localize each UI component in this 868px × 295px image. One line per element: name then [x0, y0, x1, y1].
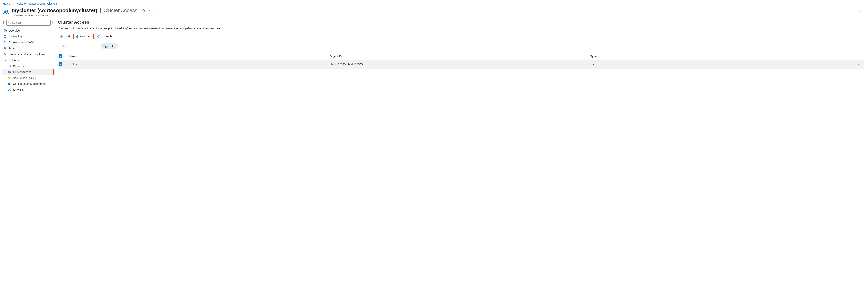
cluster-size-icon [8, 64, 11, 68]
row-type: User [590, 63, 851, 66]
chevron-down-icon [4, 59, 7, 62]
sidebar-item-label: Settings [9, 59, 19, 62]
overview-icon [4, 29, 7, 32]
breadcrumb-separator-icon: > [12, 2, 13, 5]
filter-search-input[interactable] [62, 45, 96, 48]
sidebar-item-label: Overview [9, 29, 20, 32]
sidebar-group-settings[interactable]: Settings [2, 57, 54, 63]
more-actions-icon[interactable]: ··· [148, 8, 154, 13]
cluster-access-icon [3, 9, 9, 15]
sidebar-item-diagnose[interactable]: Diagnose and solve problems [2, 51, 54, 57]
config-icon [8, 82, 11, 85]
svg-point-10 [10, 71, 10, 72]
sidebar-item-label: Activity log [9, 35, 22, 38]
favorite-star-icon[interactable] [141, 8, 146, 13]
column-object-id[interactable]: Object ID [330, 55, 591, 58]
sidebar-item-label: Cluster Access [13, 70, 31, 73]
sidebar-item-services[interactable]: Services [2, 87, 54, 93]
ssh-icon [8, 77, 11, 80]
trash-icon [75, 35, 79, 38]
sidebar-item-label: Secure shell (SSH) [13, 77, 36, 80]
tags-icon [4, 47, 7, 50]
sidebar-item-label: Tags [9, 47, 14, 50]
sidebar-item-access-control[interactable]: Access control (IAM) [2, 39, 54, 46]
refresh-icon [97, 35, 100, 38]
svg-point-9 [8, 71, 9, 72]
row-more-icon[interactable]: ··· [851, 63, 863, 66]
filter-row: Type : All [58, 43, 864, 49]
select-all-checkbox[interactable] [59, 55, 62, 58]
svg-point-0 [4, 10, 6, 12]
services-icon [8, 88, 11, 91]
row-object-id: abcde-12345-abcde-12345 [330, 63, 591, 66]
filter-search[interactable] [58, 43, 97, 49]
svg-point-2 [8, 22, 10, 23]
diagnose-icon [4, 53, 7, 56]
resource-type-label: Azure HDInsight on AKS cluster [12, 14, 854, 17]
sidebar-search-input[interactable] [12, 21, 49, 24]
activity-log-icon [4, 35, 7, 38]
sidebar-item-label: Configuration Management [13, 82, 46, 85]
sidebar-item-cluster-access[interactable]: Cluster Access [2, 69, 54, 75]
search-icon [8, 21, 11, 24]
content-heading: Cluster Access [58, 20, 864, 25]
type-filter-label: Type : [103, 45, 111, 48]
breadcrumb-cluster[interactable]: mycluster (contosopool/mycluster) [15, 2, 57, 5]
type-filter-pill[interactable]: Type : All [101, 43, 118, 49]
table-header: Name Object ID Type [58, 53, 864, 60]
add-button[interactable]: Add [58, 34, 72, 39]
column-name[interactable]: Name [69, 55, 330, 58]
add-button-label: Add [65, 35, 70, 38]
svg-point-11 [8, 77, 10, 78]
page-title-section: Cluster Access [103, 7, 137, 13]
sidebar-search[interactable] [6, 20, 51, 26]
sidebar-item-config-mgmt[interactable]: Configuration Management [2, 81, 54, 87]
svg-rect-8 [8, 65, 11, 67]
svg-rect-12 [8, 83, 10, 85]
svg-point-1 [6, 10, 8, 12]
table-row: contoso abcde-12345-abcde-12345 User ··· [58, 60, 864, 69]
close-icon[interactable] [857, 9, 863, 14]
svg-rect-15 [9, 89, 10, 89]
main-content: Cluster Access You can control access to… [55, 20, 868, 72]
svg-point-5 [4, 41, 5, 42]
type-filter-value: All [112, 45, 115, 48]
collapse-sidebar-icon[interactable]: « [52, 21, 54, 24]
sidebar-item-tags[interactable]: Tags [2, 46, 54, 51]
access-control-icon [4, 41, 7, 44]
cluster-access-nav-icon [8, 70, 11, 73]
row-checkbox[interactable] [59, 62, 62, 66]
page-title: mycluster (contosopool/mycluster) [12, 7, 97, 13]
plus-icon [60, 35, 63, 38]
svg-rect-14 [10, 90, 11, 91]
sidebar-item-label: Diagnose and solve problems [9, 53, 45, 56]
page-header: mycluster (contosopool/mycluster) | Clus… [0, 6, 868, 20]
svg-point-6 [5, 41, 6, 42]
sidebar-item-cluster-size[interactable]: Cluster size [2, 63, 54, 69]
remove-button-label: Remove [80, 35, 91, 38]
svg-rect-13 [8, 90, 9, 91]
toolbar: Add Remove Refresh [58, 33, 864, 40]
remove-button[interactable]: Remove [73, 34, 93, 39]
sidebar-item-label: Services [13, 88, 24, 91]
content-description: You can control access to the cluster en… [58, 27, 864, 30]
sidebar-item-overview[interactable]: Overview [2, 28, 54, 33]
svg-rect-4 [4, 36, 6, 37]
column-type[interactable]: Type [590, 55, 851, 58]
breadcrumb-home[interactable]: Home [3, 2, 10, 5]
svg-point-7 [4, 48, 5, 48]
breadcrumb: Home > mycluster (contosopool/mycluster) [0, 0, 868, 6]
sidebar-item-secure-shell[interactable]: Secure shell (SSH) [2, 75, 54, 81]
sidebar: « Overview Activity log Access control (… [0, 20, 55, 95]
sidebar-item-activity-log[interactable]: Activity log [2, 33, 54, 39]
refresh-button-label: Refresh [102, 35, 112, 38]
sidebar-item-label: Cluster size [13, 64, 27, 68]
refresh-button[interactable]: Refresh [95, 34, 114, 39]
sidebar-item-label: Access control (IAM) [9, 41, 34, 44]
sort-icon[interactable] [2, 21, 5, 25]
row-name-link[interactable]: contoso [69, 63, 330, 66]
page-title-separator: | [100, 7, 101, 13]
access-table: Name Object ID Type contoso abcde-12345-… [58, 53, 864, 69]
